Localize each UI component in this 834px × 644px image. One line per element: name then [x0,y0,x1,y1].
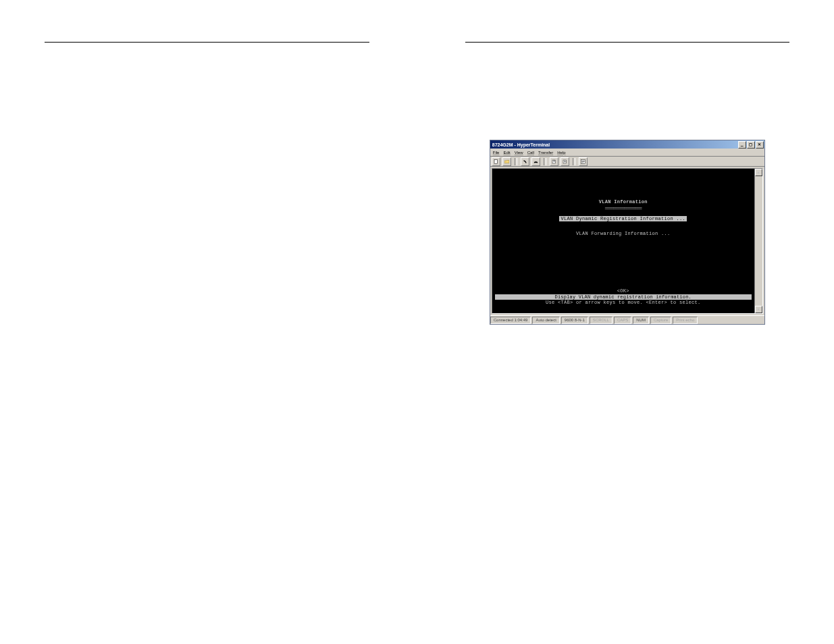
left-header-rule [45,42,369,43]
menu-bar: File Edit View Call Transfer Help [490,149,764,157]
terminal-footer: <OK> Display VLAN dynamic registration i… [492,288,754,305]
tool-bar [490,157,764,167]
open-folder-icon[interactable] [502,157,511,166]
menu-file[interactable]: File [493,151,500,155]
status-print-echo: Print echo [673,317,698,324]
window-controls [737,141,764,149]
maximize-button[interactable] [747,141,755,149]
svg-rect-0 [494,159,497,163]
window-title: 8724G2M - HyperTerminal [492,142,737,147]
menu-item-selected-label: VLAN Dynamic Registration Information ..… [559,216,687,221]
close-button[interactable] [756,141,764,149]
status-auto-detect: Auto detect [532,317,559,324]
nav-hint: Use <TAB> or arrow keys to move. <Enter>… [492,300,754,305]
right-header-rule [465,42,790,43]
menu-item-forwarding[interactable]: VLAN Forwarding Information ... [492,231,754,236]
new-doc-icon[interactable] [492,157,500,166]
terminal-heading: VLAN Information [492,199,754,205]
properties-icon[interactable] [579,157,588,166]
menu-view[interactable]: View [515,151,523,155]
scroll-up-button[interactable]: ▲ [755,169,762,176]
call-icon[interactable] [521,157,529,166]
title-bar[interactable]: 8724G2M - HyperTerminal [490,140,764,149]
menu-edit[interactable]: Edit [503,151,510,155]
right-column: 8724G2M - HyperTerminal File Edit View C… [465,0,790,325]
minimize-button[interactable] [738,141,746,149]
toolbar-separator-2 [544,158,546,165]
status-connection: Connected 1:04:49 [490,317,531,324]
terminal-heading-rule: ================= [492,206,754,211]
vertical-scrollbar[interactable]: ▲ ▼ [754,169,762,313]
menu-help[interactable]: Help [557,151,565,155]
hangup-icon[interactable] [531,157,540,166]
status-baud: 9600 8-N-1 [561,317,588,324]
menu-call[interactable]: Call [527,151,534,155]
status-capture: Capture [650,317,671,324]
svg-rect-2 [563,160,566,163]
menu-transfer[interactable]: Transfer [538,151,553,155]
status-scroll: SCROLL [590,317,613,324]
toolbar-separator [515,158,517,165]
toolbar-separator-3 [573,158,575,165]
receive-icon[interactable] [561,157,569,166]
context-hint: Display VLAN dynamic registration inform… [495,294,752,300]
left-column [45,0,369,325]
status-bar: Connected 1:04:49 Auto detect 9600 8-N-1… [490,315,764,324]
menu-item-selected[interactable]: VLAN Dynamic Registration Information ..… [492,216,754,221]
terminal-area[interactable]: ▲ ▼ VLAN Information ================= V… [492,168,763,314]
ok-button[interactable]: <OK> [492,288,754,294]
status-caps: CAPS [614,317,631,324]
status-num: NUM [633,317,649,324]
two-column-layout: 8724G2M - HyperTerminal File Edit View C… [0,0,834,325]
send-icon[interactable] [550,157,558,166]
screenshot-container: 8724G2M - HyperTerminal File Edit View C… [465,140,790,325]
document-page: 8724G2M - HyperTerminal File Edit View C… [0,0,834,644]
app-window: 8724G2M - HyperTerminal File Edit View C… [490,140,765,325]
scroll-down-button[interactable]: ▼ [755,306,762,313]
